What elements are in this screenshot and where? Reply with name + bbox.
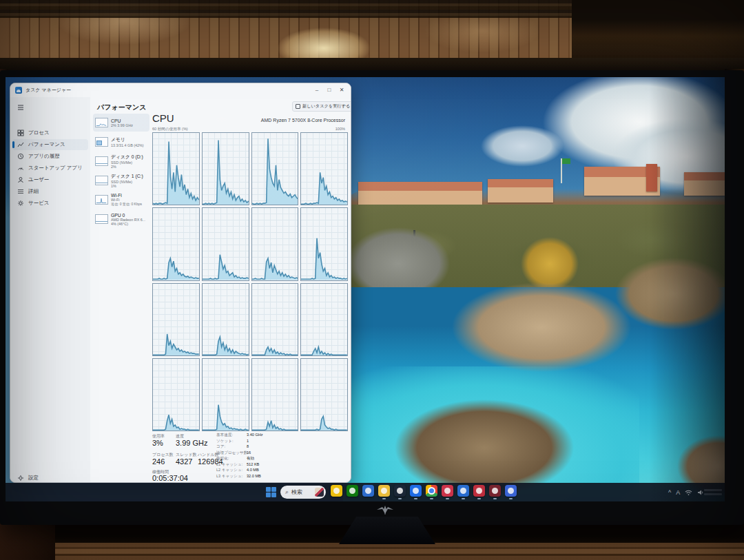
- sidebar: プロセス パフォーマンス アプリの履歴 スタートアップ アプリ ユーザー: [10, 97, 90, 483]
- file-explorer-icon[interactable]: [378, 485, 390, 497]
- search-placeholder: 検索: [291, 488, 315, 496]
- detail-value: 4.0 MB: [247, 468, 259, 472]
- detail-label: L2 キャッシュ:: [216, 468, 242, 473]
- sidebar-item-details[interactable]: 詳細: [12, 186, 88, 197]
- gear-icon: [17, 475, 24, 481]
- cpu-core-graph: [152, 207, 200, 280]
- cpu-usage-value: 3%: [152, 439, 163, 447]
- search-icon: ⌕: [285, 488, 289, 496]
- tray-clock[interactable]: [704, 486, 722, 498]
- cpu-core-graph: [202, 207, 249, 280]
- sidebar-item-app-history[interactable]: アプリの履歴: [12, 151, 88, 162]
- edge-icon[interactable]: [362, 485, 374, 497]
- ceiling-shelf: [572, 0, 744, 65]
- perf-item-disk0[interactable]: ディスク 0 (D:) SSD (NVMe) 2%: [93, 152, 149, 170]
- sidebar-item-label: 詳細: [28, 188, 39, 195]
- window-title: タスク マネージャー: [25, 87, 71, 94]
- hamburger-menu-icon[interactable]: [17, 104, 24, 111]
- sidebar-item-startup-apps[interactable]: スタートアップ アプリ: [12, 163, 88, 174]
- graph-axis-label: 60 秒間の使用率 (%): [152, 127, 188, 132]
- detail-label: L3 キャッシュ:: [216, 474, 242, 479]
- start-button[interactable]: [265, 486, 277, 498]
- perf-item-cpu[interactable]: CPU 2% 3.99 GHz: [93, 114, 149, 132]
- search-box[interactable]: ⌕ 検索: [280, 486, 326, 499]
- cloud: [481, 125, 564, 167]
- monitor-logo: [375, 505, 395, 516]
- perf-item-gpu[interactable]: GPU 0 AMD Radeon RX 6... 4% (46°C): [93, 210, 149, 228]
- cpu-core-graph: [152, 132, 200, 205]
- detail-value: 8: [247, 444, 249, 448]
- cpu-core-graph: [300, 358, 348, 431]
- steam-icon[interactable]: [394, 485, 406, 497]
- app-lightning-icon[interactable]: [473, 485, 485, 497]
- detail-value: 16: [247, 450, 251, 455]
- title-bar[interactable]: タスク マネージャー – □ ✕: [10, 83, 351, 97]
- cpu-core-graph: [251, 207, 299, 280]
- cpu-core-graph: [202, 132, 249, 205]
- chrome-icon[interactable]: [426, 485, 437, 497]
- sidebar-item-label: ユーザー: [28, 176, 49, 183]
- sidebar-item-processes[interactable]: プロセス: [12, 127, 88, 138]
- detail-value: 3.40 GHz: [247, 433, 263, 437]
- services-icon: [17, 200, 24, 207]
- sidebar-item-performance[interactable]: パフォーマンス: [12, 139, 88, 150]
- app-history-icon: [17, 153, 24, 160]
- more-options-button[interactable]: …: [342, 101, 348, 107]
- cpu-core-graph: [152, 283, 200, 356]
- task-manager-window: タスク マネージャー – □ ✕ プロセス パフォーマンス: [10, 83, 351, 483]
- sidebar-item-services[interactable]: サービス: [12, 198, 88, 209]
- cpu-name: AMD Ryzen 7 5700X 8-Core Processor: [261, 118, 345, 123]
- maximize-button[interactable]: □: [323, 83, 335, 97]
- cpu-core-graph: [300, 207, 348, 280]
- close-button[interactable]: ✕: [335, 83, 348, 97]
- memory-mini-graph: [95, 137, 108, 147]
- disk1-mini-graph: [95, 176, 108, 185]
- graph-axis-max: 100%: [335, 127, 345, 131]
- sidebar-item-label: スタートアップ アプリ: [28, 165, 83, 172]
- run-task-icon: [296, 104, 300, 109]
- sidebar-item-label: プロセス: [28, 129, 50, 136]
- logical-processor-graph-grid: [152, 132, 348, 431]
- desk-wood-panel: [0, 543, 744, 560]
- cpu-core-graph: [202, 283, 249, 356]
- app-red-icon[interactable]: [442, 485, 453, 497]
- ime-indicator[interactable]: A: [676, 489, 680, 496]
- settings-label: 設定: [28, 475, 39, 481]
- detail-label: 基本速度:: [216, 433, 233, 438]
- wallpaper-buildings: [488, 179, 553, 203]
- onedrive-icon[interactable]: [457, 485, 469, 497]
- processes-value: 246: [152, 457, 165, 466]
- cpu-core-graph: [300, 132, 348, 205]
- cpu-core-graph: [251, 283, 299, 356]
- perf-item-memory[interactable]: メモリ 13.3/31.4 GB (42%): [93, 133, 149, 151]
- detail-value: 512 KB: [247, 462, 259, 466]
- detail-value: 32.0 MB: [247, 474, 261, 478]
- wallpaper-buildings: [684, 172, 725, 196]
- green-flag: [562, 158, 570, 164]
- photo-of-monitor: タスク マネージャー – □ ✕ プロセス パフォーマンス: [0, 0, 744, 560]
- sticky-notes-icon[interactable]: [331, 485, 342, 497]
- app-blue-check-icon[interactable]: [410, 485, 422, 497]
- monitor-screen: タスク マネージャー – □ ✕ プロセス パフォーマンス: [6, 77, 725, 501]
- cpu-core-graph: [251, 358, 299, 431]
- perf-item-wifi[interactable]: Wi-Fi Wi-Fi 送信: 0 受信: 0 Kbps: [93, 191, 149, 209]
- cpu-mini-graph: [95, 118, 108, 127]
- minimize-button[interactable]: –: [311, 83, 323, 97]
- perf-item-disk1[interactable]: ディスク 1 (C:) SSD (NVMe) 1%: [93, 172, 149, 189]
- task-manager-icon: [15, 87, 22, 94]
- sidebar-item-label: サービス: [28, 200, 50, 207]
- sidebar-item-settings[interactable]: 設定: [12, 473, 88, 483]
- users-icon: [17, 176, 24, 183]
- volume-icon[interactable]: [697, 489, 704, 496]
- wallpaper-buildings: [358, 182, 482, 207]
- discord-icon[interactable]: [505, 485, 517, 497]
- wifi-icon[interactable]: [685, 489, 692, 496]
- app-maroon-icon[interactable]: [489, 485, 501, 497]
- tray-chevron-icon[interactable]: ^: [668, 489, 671, 496]
- sidebar-item-users[interactable]: ユーザー: [12, 174, 88, 185]
- detail-label: L1 キャッシュ:: [216, 462, 242, 468]
- startup-icon: [17, 165, 24, 172]
- xbox-icon[interactable]: [347, 485, 358, 497]
- bottom-rocks: [395, 400, 574, 496]
- detail-value: 1: [247, 439, 249, 443]
